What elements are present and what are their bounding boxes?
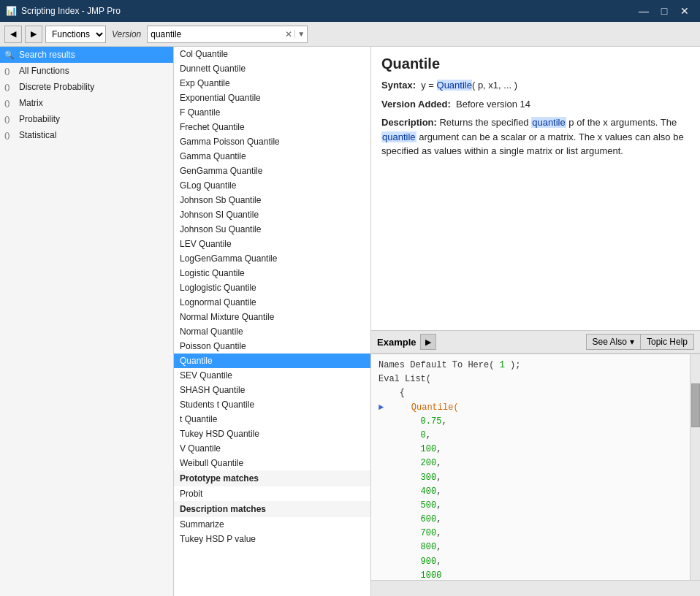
topic-help-button[interactable]: Topic Help [641, 334, 694, 350]
sidebar-label-discrete-probability: Discrete Probability [19, 82, 94, 92]
sidebar-item-all-functions[interactable]: () All Functions [0, 63, 173, 79]
list-item-quantile[interactable]: Quantile [174, 354, 370, 368]
list-item[interactable]: Students t Quantile [174, 397, 370, 412]
code-text: 900, [378, 555, 441, 569]
list-item[interactable]: Poisson Quantile [174, 339, 370, 354]
list-item[interactable]: Gamma Poisson Quantile [174, 134, 370, 149]
list-item[interactable]: F Quantile [174, 105, 370, 120]
example-run-button[interactable]: ▶ [420, 334, 436, 350]
list-item[interactable]: Johnson SI Quantile [174, 207, 370, 222]
code-text: 700, [378, 527, 441, 540]
code-text: 100, [378, 443, 441, 456]
forward-button[interactable]: ▶ [25, 26, 42, 43]
list-item[interactable]: t Quantile [174, 412, 370, 427]
list-item[interactable]: Exp Quantile [174, 76, 370, 91]
list-item[interactable]: Tukey HSD P value [174, 532, 370, 546]
statistical-prefix: () [4, 131, 16, 140]
see-also-button[interactable]: See Also ▾ [586, 334, 641, 350]
sidebar-item-probability[interactable]: () Probability [0, 111, 173, 127]
toolbar: ◀ ▶ Functions Version ✕ ▼ [0, 22, 700, 47]
code-line: 0, [378, 429, 682, 443]
code-text: 0, [378, 429, 431, 443]
code-scrollbar-thumb[interactable] [691, 383, 700, 427]
sidebar-item-search-results[interactable]: 🔍 Search results [0, 47, 173, 63]
sidebar-label-matrix: Matrix [19, 98, 43, 108]
functions-dropdown-wrapper[interactable]: Functions [45, 26, 106, 43]
list-item[interactable]: Lognormal Quantile [174, 295, 370, 310]
description-highlight2: quantile [381, 131, 416, 142]
code-line: 400, [378, 485, 682, 499]
list-item[interactable]: SHASH Quantile [174, 383, 370, 397]
list-item[interactable]: Johnson Su Quantile [174, 222, 370, 237]
list-item[interactable]: Normal Mixture Quantile [174, 310, 370, 324]
sidebar-label-statistical: Statistical [19, 130, 56, 140]
code-text: Names Default To Here( 1 ); [378, 359, 520, 372]
syntax-label: Syntax: [381, 80, 416, 91]
description-text2: p of the x arguments. The [566, 117, 677, 128]
list-item[interactable]: Col Quantile [174, 47, 370, 61]
code-line: Eval List( [378, 372, 682, 386]
code-line: { [378, 386, 682, 400]
list-item[interactable]: Exponential Quantile [174, 91, 370, 105]
functions-dropdown[interactable]: Functions [46, 26, 105, 42]
code-line: 1000 [378, 569, 682, 580]
sidebar-item-statistical[interactable]: () Statistical [0, 127, 173, 143]
search-wrapper[interactable]: ✕ ▼ [147, 26, 308, 43]
function-list-scroll[interactable]: Col Quantile Dunnett Quantile Exp Quanti… [174, 47, 370, 596]
list-item[interactable]: Frechet Quantile [174, 120, 370, 134]
function-list: Col Quantile Dunnett Quantile Exp Quanti… [174, 47, 371, 596]
search-input[interactable] [148, 26, 283, 42]
close-button[interactable]: ✕ [675, 4, 694, 18]
app-icon: 📊 [6, 6, 17, 16]
code-line: 700, [378, 527, 682, 540]
list-item[interactable]: Tukey HSD Quantile [174, 427, 370, 441]
code-text: 0.75, [378, 415, 447, 429]
code-text: 200, [378, 456, 441, 470]
list-item[interactable]: GenGamma Quantile [174, 164, 370, 178]
sidebar-item-discrete-probability[interactable]: () Discrete Probability [0, 79, 173, 95]
title-bar-controls[interactable]: — □ ✕ [634, 4, 694, 18]
list-item[interactable]: Normal Quantile [174, 324, 370, 339]
search-dropdown-button[interactable]: ▼ [294, 30, 307, 38]
search-icon: 🔍 [4, 50, 16, 60]
code-text: { [378, 386, 405, 400]
code-line: 800, [378, 540, 682, 554]
list-item[interactable]: Probit [174, 486, 370, 501]
search-clear-button[interactable]: ✕ [283, 29, 294, 39]
sidebar-item-matrix[interactable]: () Matrix [0, 95, 173, 111]
minimize-button[interactable]: — [634, 4, 653, 18]
list-item[interactable]: Logistic Quantile [174, 266, 370, 280]
list-item[interactable]: Gamma Quantile [174, 149, 370, 164]
code-line: 100, [378, 443, 682, 456]
code-content[interactable]: Names Default To Here( 1 ); Eval List( {… [371, 354, 690, 580]
list-item[interactable]: Loglogistic Quantile [174, 280, 370, 295]
code-scrollbar[interactable] [690, 354, 700, 580]
main-content: 🔍 Search results () All Functions () Dis… [0, 47, 700, 596]
list-item[interactable]: V Quantile [174, 441, 370, 456]
list-item[interactable]: Dunnett Quantile [174, 61, 370, 76]
maximize-button[interactable]: □ [655, 4, 674, 18]
code-line: 900, [378, 555, 682, 569]
list-item[interactable]: Weibull Quantile [174, 456, 370, 470]
code-line: 300, [378, 471, 682, 485]
list-item[interactable]: GLog Quantile [174, 178, 370, 193]
detail-body: Syntax: y = Quantile( p, x1, ... ) Versi… [381, 78, 690, 158]
list-item[interactable]: LEV Quantile [174, 237, 370, 251]
matrix-prefix: () [4, 99, 16, 107]
list-item[interactable]: SEV Quantile [174, 368, 370, 383]
list-item[interactable]: Johnson Sb Quantile [174, 193, 370, 207]
prototype-matches-header: Prototype matches [174, 470, 370, 486]
description-text3: argument can be a scalar or a matrix. Th… [381, 131, 684, 157]
detail-top: Quantile Syntax: y = Quantile( p, x1, ..… [371, 47, 700, 330]
code-line: Names Default To Here( 1 ); [378, 359, 682, 372]
title-bar-left: 📊 Scripting Index - JMP Pro [6, 6, 121, 16]
back-button[interactable]: ◀ [4, 26, 22, 43]
description-highlight1: quantile [531, 117, 566, 128]
list-item[interactable]: Summarize [174, 517, 370, 532]
title-bar: 📊 Scripting Index - JMP Pro — □ ✕ [0, 0, 700, 22]
code-line: 200, [378, 456, 682, 470]
syntax-highlight: Quantile [437, 80, 472, 91]
list-item[interactable]: LogGenGamma Quantile [174, 251, 370, 266]
window-title: Scripting Index - JMP Pro [21, 6, 121, 16]
topic-help-label: Topic Help [647, 337, 688, 347]
